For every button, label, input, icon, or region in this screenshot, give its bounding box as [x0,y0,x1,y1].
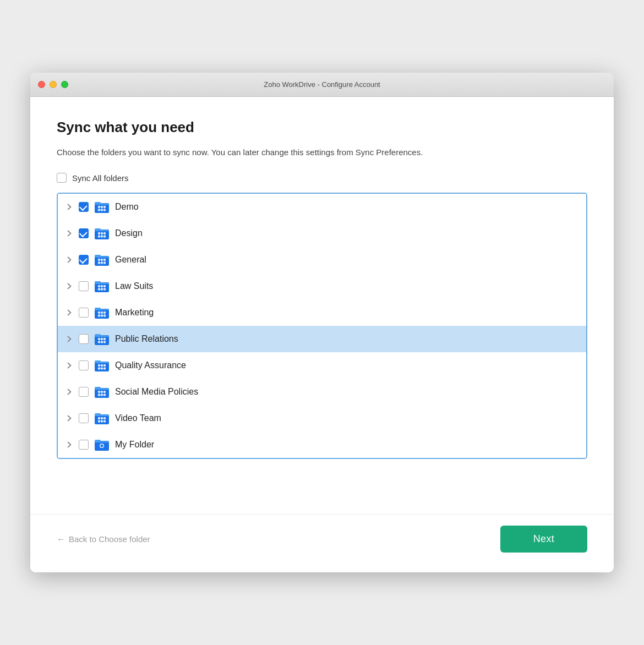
folder-checkbox-demo[interactable] [79,202,89,212]
expand-chevron-icon[interactable] [66,441,73,449]
svg-point-23 [101,285,103,287]
svg-point-13 [103,235,106,237]
svg-point-15 [98,259,100,261]
svg-point-39 [98,341,100,343]
folder-icon [94,411,110,426]
back-label: Back to Choose folder [69,534,150,544]
main-content: Sync what you need Choose the folders yo… [30,97,614,514]
folder-checkbox-social-media-policies[interactable] [79,387,89,397]
folder-item-law-suits[interactable]: Law Suits [58,273,586,299]
expand-chevron-icon[interactable] [66,203,73,211]
svg-point-29 [98,311,100,314]
folder-name: My Folder [115,440,154,450]
folder-item-marketing[interactable]: Marketing [58,299,586,326]
svg-point-25 [98,288,100,290]
svg-point-24 [103,285,106,287]
svg-point-12 [101,235,103,237]
svg-point-8 [98,232,100,234]
svg-point-44 [101,364,103,367]
svg-point-34 [103,314,106,316]
expand-chevron-icon[interactable] [66,229,73,237]
expand-chevron-icon[interactable] [66,362,73,369]
window-title: Zoho WorkDrive - Configure Account [264,80,380,89]
svg-point-18 [98,261,100,264]
svg-point-61 [101,420,103,422]
folder-checkbox-quality-assurance[interactable] [79,360,89,370]
svg-point-5 [101,209,103,211]
folder-item-public-relations[interactable]: Public Relations [58,326,586,352]
svg-point-38 [103,338,106,340]
svg-point-55 [103,393,106,396]
folder-icon [94,305,110,320]
page-title: Sync what you need [57,119,587,136]
folder-item-design[interactable]: Design [58,220,586,247]
svg-point-43 [98,364,100,367]
minimize-button[interactable] [50,81,57,88]
folder-checkbox-video-team[interactable] [79,413,89,423]
traffic-lights [38,81,68,88]
folder-checkbox-design[interactable] [79,228,89,238]
folder-item-general[interactable]: General [58,247,586,273]
folder-list: Demo Design General [57,193,587,459]
maximize-button[interactable] [61,81,68,88]
svg-point-62 [103,420,106,422]
folder-icon [94,199,110,215]
folder-item-social-media-policies[interactable]: Social Media Policies [58,379,586,405]
back-link[interactable]: ← Back to Choose folder [57,534,150,544]
svg-point-6 [103,209,106,211]
folder-item-demo[interactable]: Demo [58,194,586,220]
svg-point-3 [103,206,106,208]
folder-name: Marketing [115,308,154,318]
folder-name: Video Team [115,413,161,423]
folder-name: Demo [115,202,139,212]
folder-icon [94,331,110,347]
expand-chevron-icon[interactable] [66,256,73,264]
svg-point-2 [101,206,103,208]
page-description: Choose the folders you want to sync now.… [57,146,587,158]
svg-point-45 [103,364,106,367]
svg-point-51 [101,391,103,393]
svg-point-60 [98,420,100,422]
folder-name: General [115,255,146,265]
close-button[interactable] [38,81,45,88]
expand-chevron-icon[interactable] [66,282,73,290]
expand-chevron-icon[interactable] [66,388,73,396]
folder-icon [94,278,110,294]
svg-point-41 [103,341,106,343]
svg-point-54 [101,393,103,396]
titlebar: Zoho WorkDrive - Configure Account [30,73,614,97]
svg-point-57 [98,417,100,419]
folder-item-video-team[interactable]: Video Team [58,405,586,431]
svg-point-4 [98,209,100,211]
svg-point-47 [101,367,103,369]
svg-point-36 [98,338,100,340]
sync-all-row[interactable]: Sync All folders [57,173,587,183]
svg-point-27 [103,288,106,290]
folder-checkbox-my-folder[interactable] [79,440,89,450]
svg-point-16 [101,259,103,261]
footer: ← Back to Choose folder Next [30,514,614,572]
next-button[interactable]: Next [500,526,587,553]
app-window: Zoho WorkDrive - Configure Account Sync … [30,73,614,572]
folder-checkbox-public-relations[interactable] [79,334,89,344]
expand-chevron-icon[interactable] [66,335,73,343]
sync-all-checkbox[interactable] [57,173,67,183]
folder-checkbox-general[interactable] [79,255,89,265]
folder-icon [94,226,110,241]
sync-all-label: Sync All folders [72,173,129,183]
expand-chevron-icon[interactable] [66,414,73,422]
folder-name: Quality Assurance [115,360,186,370]
svg-point-26 [101,288,103,290]
folder-item-quality-assurance[interactable]: Quality Assurance [58,352,586,379]
svg-point-59 [103,417,106,419]
folder-icon [94,252,110,267]
expand-chevron-icon[interactable] [66,309,73,316]
svg-point-1 [98,206,100,208]
folder-item-my-folder[interactable]: My Folder [58,431,586,458]
folder-checkbox-law-suits[interactable] [79,281,89,291]
folder-icon [94,384,110,400]
svg-point-20 [103,261,106,264]
folder-name: Public Relations [115,334,178,344]
folder-checkbox-marketing[interactable] [79,308,89,318]
svg-point-53 [98,393,100,396]
